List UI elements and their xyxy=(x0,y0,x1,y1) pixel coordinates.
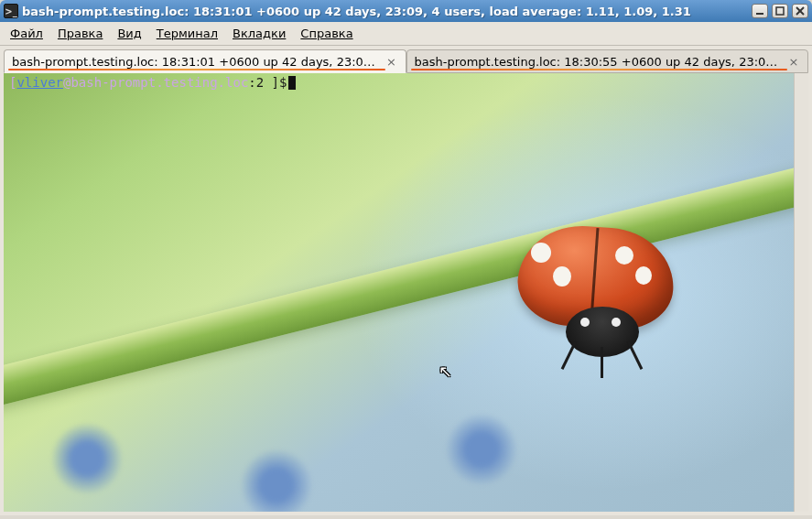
bg-ladybug xyxy=(509,222,683,360)
tab-close-button[interactable]: × xyxy=(385,55,398,68)
close-icon: × xyxy=(386,55,396,69)
minimize-button[interactable] xyxy=(752,4,768,18)
menu-view[interactable]: Вид xyxy=(111,24,147,43)
maximize-icon xyxy=(775,6,785,16)
menu-terminal[interactable]: Терминал xyxy=(150,24,224,43)
menu-help[interactable]: Справка xyxy=(294,24,359,43)
window-title: bash-prompt.testing.loc: 18:31:01 +0600 … xyxy=(22,5,748,18)
maximize-button[interactable] xyxy=(772,4,788,18)
close-icon: × xyxy=(789,55,799,69)
tab-activity-indicator xyxy=(411,69,788,70)
bg-flower-blur xyxy=(446,414,517,485)
tabbar: bash-prompt.testing.loc: 18:31:01 +0600 … xyxy=(0,46,812,73)
tab-2[interactable]: bash-prompt.testing.loc: 18:30:55 +0600 … xyxy=(406,49,809,73)
window-titlebar: >_ bash-prompt.testing.loc: 18:31:01 +06… xyxy=(0,0,812,22)
menubar: Файл Правка Вид Терминал Вкладки Справка xyxy=(0,22,812,46)
close-icon xyxy=(796,6,805,16)
tab-close-button[interactable]: × xyxy=(787,55,800,68)
menu-edit[interactable]: Правка xyxy=(51,24,109,43)
minimize-icon xyxy=(755,6,764,16)
close-button[interactable] xyxy=(792,4,808,18)
prompt-sigil: $ xyxy=(279,75,287,90)
shell-prompt: [vliver@bash-prompt.testing.loc:2 ]$ xyxy=(9,75,296,90)
svg-rect-1 xyxy=(776,7,784,15)
terminal-background-image xyxy=(4,73,794,512)
terminal-frame: [vliver@bash-prompt.testing.loc:2 ]$ ↖ xyxy=(0,73,812,515)
menu-file[interactable]: Файл xyxy=(4,24,49,43)
bg-flower-blur xyxy=(51,423,123,494)
tab-label: bash-prompt.testing.loc: 18:31:01 +0600 … xyxy=(12,55,380,69)
menu-tabs[interactable]: Вкладки xyxy=(226,24,292,43)
text-cursor xyxy=(288,76,296,90)
prompt-path: :2 ] xyxy=(248,75,279,90)
terminal-viewport[interactable]: [vliver@bash-prompt.testing.loc:2 ]$ ↖ xyxy=(4,73,794,512)
tab-activity-indicator xyxy=(8,69,385,70)
tab-1[interactable]: bash-prompt.testing.loc: 18:31:01 +0600 … xyxy=(4,49,406,73)
tab-label: bash-prompt.testing.loc: 18:30:55 +0600 … xyxy=(415,55,783,69)
prompt-host: @bash-prompt.testing.loc xyxy=(63,75,248,90)
vertical-scrollbar[interactable] xyxy=(794,73,808,512)
prompt-user: vliver xyxy=(16,75,63,90)
terminal-app-icon: >_ xyxy=(4,4,18,18)
bg-flower-blur xyxy=(241,449,312,512)
